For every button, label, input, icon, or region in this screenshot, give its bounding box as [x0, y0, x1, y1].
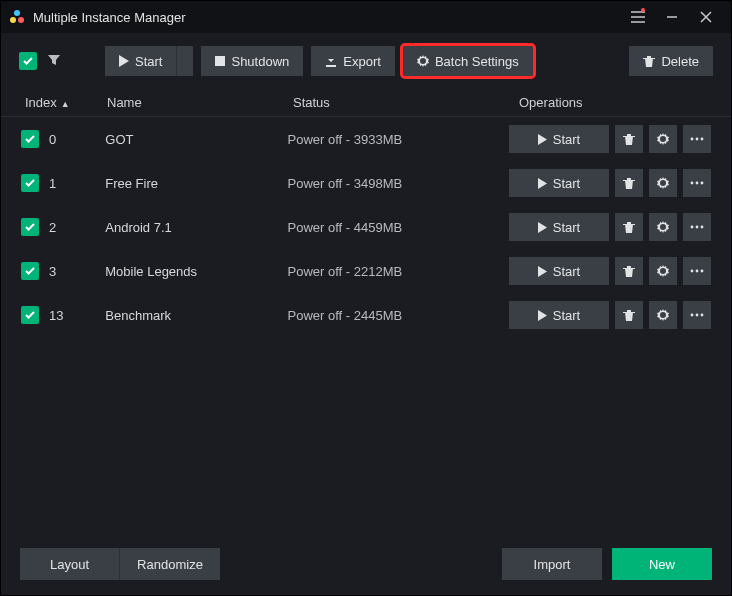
import-button[interactable]: Import	[502, 548, 602, 580]
table-header: Index▲ Name Status Operations	[1, 89, 731, 117]
row-name: Mobile Legends	[105, 264, 287, 279]
row-more-icon[interactable]	[683, 257, 711, 285]
layout-button[interactable]: Layout	[20, 548, 120, 580]
svg-point-18	[701, 270, 704, 273]
app-logo-icon	[9, 9, 25, 25]
svg-point-11	[696, 182, 699, 185]
row-status: Power off - 2212MB	[288, 264, 509, 279]
row-start-button[interactable]: Start	[509, 125, 609, 153]
table-row: 13 Benchmark Power off - 2445MB Start	[1, 293, 731, 337]
row-settings-icon[interactable]	[649, 257, 677, 285]
row-settings-icon[interactable]	[649, 169, 677, 197]
row-status: Power off - 2445MB	[288, 308, 509, 323]
svg-point-21	[701, 314, 704, 317]
footer-right-group: Import New	[502, 548, 712, 580]
row-start-button[interactable]: Start	[509, 257, 609, 285]
row-delete-icon[interactable]	[615, 213, 643, 241]
row-name: Benchmark	[105, 308, 287, 323]
row-delete-icon[interactable]	[615, 257, 643, 285]
toolbar: Start Shutdown Export Batch Settings Del…	[1, 33, 731, 89]
svg-point-10	[691, 182, 694, 185]
row-more-icon[interactable]	[683, 169, 711, 197]
row-start-button[interactable]: Start	[509, 301, 609, 329]
row-start-label: Start	[553, 132, 580, 147]
svg-point-2	[18, 17, 24, 23]
batch-settings-button[interactable]: Batch Settings	[403, 46, 533, 76]
filter-icon[interactable]	[47, 53, 61, 70]
row-settings-icon[interactable]	[649, 125, 677, 153]
toolbar-button-group: Start Shutdown Export Batch Settings	[105, 46, 533, 76]
row-start-button[interactable]: Start	[509, 169, 609, 197]
svg-point-16	[691, 270, 694, 273]
svg-rect-6	[215, 56, 225, 66]
sort-asc-icon: ▲	[61, 99, 70, 109]
svg-point-7	[691, 138, 694, 141]
row-checkbox[interactable]	[21, 130, 39, 148]
svg-point-19	[691, 314, 694, 317]
row-delete-icon[interactable]	[615, 169, 643, 197]
column-index-header[interactable]: Index▲	[21, 95, 107, 110]
row-start-button[interactable]: Start	[509, 213, 609, 241]
start-button[interactable]: Start	[105, 46, 176, 76]
row-start-label: Start	[553, 308, 580, 323]
start-label: Start	[135, 54, 162, 69]
row-more-icon[interactable]	[683, 125, 711, 153]
select-all-checkbox[interactable]	[19, 52, 37, 70]
svg-point-20	[696, 314, 699, 317]
titlebar: Multiple Instance Manager	[1, 1, 731, 33]
svg-point-13	[691, 226, 694, 229]
table-body: 0 GOT Power off - 3933MB Start 1 F	[1, 117, 731, 337]
row-name: Android 7.1	[105, 220, 287, 235]
window-title: Multiple Instance Manager	[33, 10, 621, 25]
row-index: 13	[49, 308, 63, 323]
row-delete-icon[interactable]	[615, 125, 643, 153]
svg-point-15	[701, 226, 704, 229]
row-name: GOT	[105, 132, 287, 147]
table-row: 0 GOT Power off - 3933MB Start	[1, 117, 731, 161]
row-status: Power off - 3933MB	[288, 132, 509, 147]
row-status: Power off - 4459MB	[288, 220, 509, 235]
row-settings-icon[interactable]	[649, 301, 677, 329]
delete-label: Delete	[661, 54, 699, 69]
row-index: 1	[49, 176, 56, 191]
row-delete-icon[interactable]	[615, 301, 643, 329]
footer: Layout Randomize Import New	[0, 532, 732, 596]
export-button[interactable]: Export	[311, 46, 395, 76]
svg-point-17	[696, 270, 699, 273]
new-button[interactable]: New	[612, 548, 712, 580]
svg-point-1	[10, 17, 16, 23]
table-row: 2 Android 7.1 Power off - 4459MB Start	[1, 205, 731, 249]
start-dropdown-icon[interactable]	[176, 46, 193, 76]
row-more-icon[interactable]	[683, 213, 711, 241]
row-index: 0	[49, 132, 56, 147]
svg-point-9	[701, 138, 704, 141]
minimize-button[interactable]	[655, 1, 689, 33]
column-operations-header: Operations	[519, 95, 711, 110]
randomize-button[interactable]: Randomize	[120, 548, 220, 580]
column-status-header[interactable]: Status	[293, 95, 519, 110]
row-start-label: Start	[553, 176, 580, 191]
row-more-icon[interactable]	[683, 301, 711, 329]
row-checkbox[interactable]	[21, 174, 39, 192]
export-label: Export	[343, 54, 381, 69]
table-row: 3 Mobile Legends Power off - 2212MB Star…	[1, 249, 731, 293]
delete-button[interactable]: Delete	[629, 46, 713, 76]
shutdown-label: Shutdown	[231, 54, 289, 69]
menu-icon[interactable]	[621, 1, 655, 33]
batch-settings-label: Batch Settings	[435, 54, 519, 69]
row-checkbox[interactable]	[21, 262, 39, 280]
row-checkbox[interactable]	[21, 218, 39, 236]
start-button-combo: Start	[105, 46, 193, 76]
row-index: 3	[49, 264, 56, 279]
svg-point-14	[696, 226, 699, 229]
close-button[interactable]	[689, 1, 723, 33]
row-checkbox[interactable]	[21, 306, 39, 324]
shutdown-button[interactable]: Shutdown	[201, 46, 303, 76]
svg-point-0	[14, 10, 20, 16]
row-start-label: Start	[553, 220, 580, 235]
row-start-label: Start	[553, 264, 580, 279]
row-index: 2	[49, 220, 56, 235]
column-name-header[interactable]: Name	[107, 95, 293, 110]
row-settings-icon[interactable]	[649, 213, 677, 241]
table-row: 1 Free Fire Power off - 3498MB Start	[1, 161, 731, 205]
